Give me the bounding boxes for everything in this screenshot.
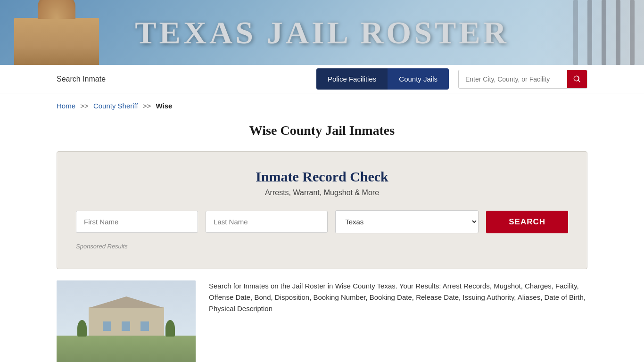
breadcrumb-sep2: >> (143, 102, 151, 110)
breadcrumb: Home >> County Sheriff >> Wise (0, 93, 644, 115)
record-search-button[interactable]: SEARCH (486, 211, 568, 233)
police-facilities-button[interactable]: Police Facilities (316, 68, 388, 90)
bottom-description: Search for Inmates on the Jail Roster in… (209, 280, 587, 362)
breadcrumb-sep1: >> (80, 102, 89, 110)
county-jails-button[interactable]: County Jails (388, 68, 449, 90)
page-title: Wise County Jail Inmates (0, 123, 644, 138)
state-select[interactable]: AlabamaAlaskaArizonaArkansasCaliforniaCo… (335, 210, 479, 233)
site-banner: Texas Jail Roster (0, 0, 644, 65)
facility-search-wrap (458, 70, 587, 89)
breadcrumb-current: Wise (156, 102, 173, 110)
record-check-title: Inmate Record Check (76, 169, 568, 185)
sponsored-results-label: Sponsored Results (76, 243, 568, 250)
facility-search-button[interactable] (567, 70, 587, 88)
first-name-input[interactable] (76, 211, 198, 233)
nav-buttons: Police Facilities County Jails (316, 68, 449, 90)
search-form: AlabamaAlaskaArizonaArkansasCaliforniaCo… (76, 210, 568, 233)
record-check-subtitle: Arrests, Warrant, Mugshot & More (76, 189, 568, 197)
breadcrumb-county-sheriff[interactable]: County Sheriff (93, 102, 138, 110)
nav-bar: Search Inmate Police Facilities County J… (0, 65, 644, 93)
bottom-section: Search for Inmates on the Jail Roster in… (57, 280, 587, 362)
breadcrumb-home[interactable]: Home (57, 102, 75, 110)
record-check-box: Inmate Record Check Arrests, Warrant, Mu… (57, 151, 587, 269)
last-name-input[interactable] (206, 211, 328, 233)
facility-image (57, 280, 196, 362)
search-icon (573, 75, 581, 83)
site-title: Texas Jail Roster (135, 14, 509, 51)
search-inmate-label: Search Inmate (57, 75, 307, 83)
page-title-section: Wise County Jail Inmates (0, 115, 644, 151)
facility-search-input[interactable] (459, 71, 567, 88)
